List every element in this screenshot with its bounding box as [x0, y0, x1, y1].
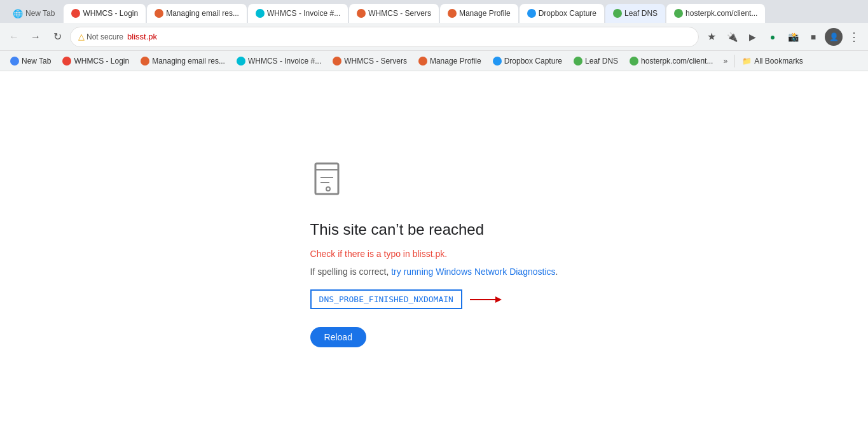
bookmarks-bar: New Tab WHMCS - Login Managing email res… [0, 51, 868, 71]
extension-button-3[interactable]: ● [764, 28, 782, 46]
bookmark-label: Manage Profile [430, 57, 481, 66]
extension-button-1[interactable]: 🔌 [723, 28, 741, 46]
bookmarks-divider [734, 55, 734, 67]
all-bookmarks-button[interactable]: 📁 All Bookmarks [738, 57, 807, 66]
bookmark-leaf-dns[interactable]: Leaf DNS [568, 53, 623, 69]
bookmark-dropbox-capture[interactable]: Dropbox Capture [488, 53, 567, 69]
error-detail-prefix: If spelling is correct, [310, 267, 392, 277]
not-secure-badge: △ Not secure [78, 32, 123, 41]
tab-label: Managing email res... [166, 9, 239, 18]
arrow-indicator [470, 293, 502, 306]
tab-label: Manage Profile [459, 9, 511, 18]
warning-icon: △ [78, 32, 85, 41]
error-title: This site can’t be reached [310, 221, 484, 239]
toolbar-icons: ★ 🔌 ▶ ● 📸 ■ 👤 ⋮ [703, 28, 863, 46]
tab-bar: 🌐 New Tab WHMCS - Login Managing email r… [0, 0, 868, 23]
svg-marker-6 [495, 296, 502, 303]
forward-button[interactable]: → [27, 28, 45, 46]
tab-managing-email[interactable]: Managing email res... [147, 4, 247, 23]
extension-button-2[interactable]: ▶ [743, 28, 761, 46]
tab-new-tab[interactable]: 🌐 New Tab [5, 4, 62, 23]
bookmark-manage-profile[interactable]: Manage Profile [413, 53, 486, 69]
tab-hosterpk[interactable]: hosterpk.com/client... [666, 4, 765, 23]
reload-button-page[interactable]: Reload [310, 327, 366, 347]
error-container: This site can’t be reached Check if ther… [310, 161, 558, 347]
bookmark-label: Dropbox Capture [504, 57, 562, 66]
all-bookmarks-label: All Bookmarks [754, 57, 803, 66]
extension-button-4[interactable]: 📸 [784, 28, 802, 46]
menu-button[interactable]: ⋮ [845, 28, 863, 46]
profile-button[interactable]: 👤 [825, 28, 843, 46]
error-detail-suffix: . [556, 267, 558, 277]
extension-button-5[interactable]: ■ [804, 28, 822, 46]
error-code-wrapper: DNS_PROBE_FINISHED_NXDOMAIN [310, 289, 502, 309]
bookmark-new-tab[interactable]: New Tab [5, 53, 56, 69]
tab-whmcs-invoice[interactable]: WHMCS - Invoice #... [248, 4, 348, 23]
bookmark-label: Leaf DNS [585, 57, 618, 66]
bookmark-label: WHMCS - Invoice #... [248, 57, 321, 66]
address-bar[interactable]: △ Not secure blisst.pk [70, 27, 699, 47]
back-button[interactable]: ← [5, 28, 23, 46]
toolbar: ← → ↻ △ Not secure blisst.pk ★ 🔌 ▶ ● 📸 ■… [0, 23, 868, 51]
browser-chrome: 🌐 New Tab WHMCS - Login Managing email r… [0, 0, 868, 71]
tab-manage-profile[interactable]: Manage Profile [440, 4, 518, 23]
tab-leaf-dns[interactable]: Leaf DNS [605, 4, 665, 23]
bookmark-hosterpk[interactable]: hosterpk.com/client... [624, 53, 718, 69]
bookmark-label: WHMCS - Servers [344, 57, 407, 66]
tab-label: hosterpk.com/client... [685, 9, 757, 18]
bookmark-label: New Tab [22, 57, 51, 66]
bookmark-whmcs-servers[interactable]: WHMCS - Servers [327, 53, 412, 69]
bookmark-label: WHMCS - Login [74, 57, 129, 66]
folder-icon: 📁 [742, 57, 752, 66]
error-detail: If spelling is correct, try running Wind… [310, 267, 558, 277]
tab-label: WHMCS - Login [83, 9, 138, 18]
bookmark-whmcs-login[interactable]: WHMCS - Login [57, 53, 134, 69]
tab-label: WHMCS - Invoice #... [267, 9, 340, 18]
error-icon [310, 161, 348, 205]
error-subtitle: Check if there is a typo in blisst.pk. [310, 249, 448, 259]
network-diagnostics-link[interactable]: try running Windows Network Diagnostics [391, 267, 555, 277]
svg-point-4 [326, 187, 330, 191]
reload-button[interactable]: ↻ [48, 28, 66, 46]
bookmark-managing-email[interactable]: Managing email res... [135, 53, 230, 69]
error-code-box: DNS_PROBE_FINISHED_NXDOMAIN [310, 289, 462, 309]
not-secure-label: Not secure [86, 32, 123, 41]
tab-label: WHMCS - Servers [368, 9, 431, 18]
bookmark-label: Managing email res... [152, 57, 225, 66]
tab-whmcs-servers[interactable]: WHMCS - Servers [349, 4, 439, 23]
bookmarks-overflow-button[interactable]: » [720, 57, 730, 66]
url-display[interactable]: blisst.pk [127, 32, 157, 41]
bookmark-star-button[interactable]: ★ [703, 28, 720, 46]
tab-label: Leaf DNS [624, 9, 658, 18]
tab-label: Dropbox Capture [539, 9, 596, 18]
tab-dropbox-capture[interactable]: Dropbox Capture [520, 4, 604, 23]
tab-whmcs-login[interactable]: WHMCS - Login [64, 4, 146, 23]
bookmark-whmcs-invoice[interactable]: WHMCS - Invoice #... [231, 53, 326, 69]
error-page: This site can’t be reached Check if ther… [0, 71, 868, 437]
tab-label: New Tab [25, 9, 55, 18]
bookmark-label: hosterpk.com/client... [641, 57, 713, 66]
